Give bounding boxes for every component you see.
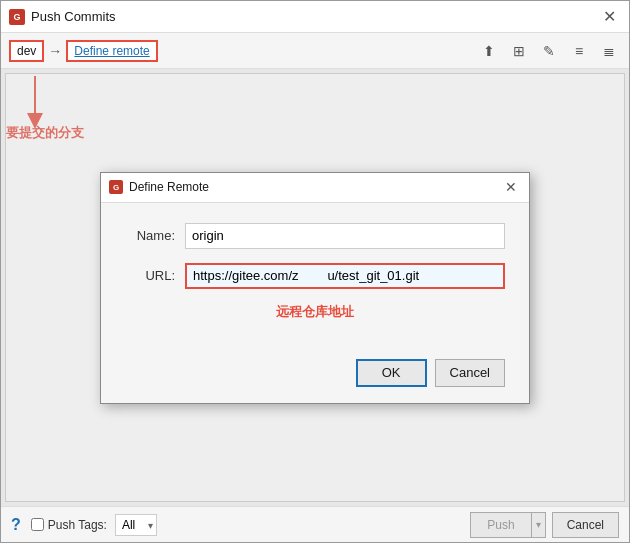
dialog-title-left: G Define Remote — [109, 180, 209, 194]
name-label: Name: — [125, 228, 175, 243]
push-tags-checkbox[interactable] — [31, 518, 44, 531]
cancel-main-button[interactable]: Cancel — [552, 512, 619, 538]
title-bar-left: G Push Commits — [9, 9, 116, 25]
dialog-app-icon: G — [109, 180, 123, 194]
dialog-overlay: G Define Remote ✕ Name: URL: 远程 — [1, 69, 629, 506]
title-bar: G Push Commits ✕ — [1, 1, 629, 33]
toolbar-menu-btn[interactable]: ≣ — [597, 39, 621, 63]
arrow-icon: → — [48, 43, 62, 59]
window-title: Push Commits — [31, 9, 116, 24]
bottom-right-buttons: Push ▾ Cancel — [470, 512, 619, 538]
tags-select[interactable]: All — [115, 514, 157, 536]
dialog-title-bar: G Define Remote ✕ — [101, 173, 529, 203]
toolbar-edit-btn[interactable]: ✎ — [537, 39, 561, 63]
url-annotation: 远程仓库地址 — [125, 303, 505, 321]
help-button[interactable]: ? — [11, 516, 21, 534]
dialog-title: Define Remote — [129, 180, 209, 194]
cancel-dialog-button[interactable]: Cancel — [435, 359, 505, 387]
main-window: G Push Commits ✕ dev → Define remote ⬆ ⊞… — [0, 0, 630, 543]
define-remote-link[interactable]: Define remote — [66, 40, 157, 62]
name-row: Name: — [125, 223, 505, 249]
toolbar-buttons: ⬆ ⊞ ✎ ≡ ≣ — [477, 39, 621, 63]
name-input[interactable] — [185, 223, 505, 249]
bottom-bar: ? Push Tags: All Push ▾ Cancel — [1, 506, 629, 542]
branch-row: dev → Define remote — [9, 40, 158, 62]
toolbar-align-btn[interactable]: ≡ — [567, 39, 591, 63]
url-row: URL: — [125, 263, 505, 289]
url-input[interactable] — [185, 263, 505, 289]
push-button[interactable]: Push — [470, 512, 531, 538]
branch-name: dev — [9, 40, 44, 62]
dialog-buttons: OK Cancel — [101, 359, 529, 403]
push-tags-row: Push Tags: All — [31, 514, 157, 536]
ok-button[interactable]: OK — [356, 359, 427, 387]
url-label: URL: — [125, 268, 175, 283]
define-remote-dialog: G Define Remote ✕ Name: URL: 远程 — [100, 172, 530, 404]
toolbar-grid-btn[interactable]: ⊞ — [507, 39, 531, 63]
dialog-body: Name: URL: 远程仓库地址 — [101, 203, 529, 349]
dialog-close-button[interactable]: ✕ — [501, 177, 521, 197]
tags-select-wrapper: All — [115, 514, 157, 536]
toolbar-push-btn[interactable]: ⬆ — [477, 39, 501, 63]
window-close-button[interactable]: ✕ — [597, 5, 621, 29]
app-icon: G — [9, 9, 25, 25]
content-area: 要提交的分支 G Define Remote ✕ Name: — [1, 69, 629, 506]
toolbar: dev → Define remote ⬆ ⊞ ✎ ≡ ≣ — [1, 33, 629, 69]
push-button-group: Push ▾ — [470, 512, 545, 538]
push-tags-label: Push Tags: — [31, 518, 107, 532]
push-dropdown-arrow[interactable]: ▾ — [532, 512, 546, 538]
